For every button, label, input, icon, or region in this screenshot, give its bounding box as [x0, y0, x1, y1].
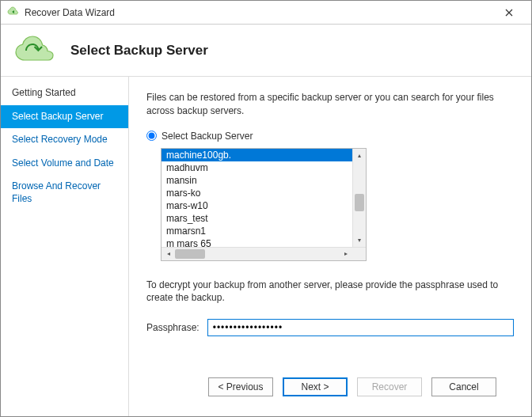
- scroll-down-arrow-icon[interactable]: ▾: [353, 233, 366, 247]
- list-item[interactable]: mars-ko: [162, 187, 352, 199]
- passphrase-input[interactable]: [207, 319, 514, 336]
- horizontal-scroll-track[interactable]: [175, 248, 339, 260]
- sidebar-item-select-volume-and-date[interactable]: Select Volume and Date: [1, 152, 128, 176]
- select-backup-server-radio-row[interactable]: Select Backup Server: [146, 131, 514, 142]
- server-list-items[interactable]: machine100gb. madhuvm mansin mars-ko mar…: [162, 149, 352, 247]
- list-item[interactable]: mars_test: [162, 212, 352, 225]
- recover-button: Recover: [357, 377, 422, 396]
- titlebar: Recover Data Wizard: [1, 1, 531, 25]
- scroll-left-arrow-icon[interactable]: ◂: [162, 248, 175, 260]
- passphrase-label: Passphrase:: [146, 322, 200, 333]
- cloud-refresh-icon: [12, 33, 59, 68]
- page-title: Select Backup Server: [70, 43, 208, 59]
- wizard-main: Files can be restored from a specific ba…: [129, 76, 531, 416]
- recover-data-wizard-window: Recover Data Wizard Select Backup Server…: [0, 0, 532, 417]
- sidebar-item-select-backup-server[interactable]: Select Backup Server: [1, 105, 128, 129]
- sidebar-heading: Getting Started: [1, 82, 128, 105]
- next-button[interactable]: Next >: [283, 377, 348, 396]
- previous-button[interactable]: < Previous: [208, 377, 273, 396]
- server-listbox[interactable]: machine100gb. madhuvm mansin mars-ko mar…: [161, 148, 367, 261]
- select-backup-server-radio[interactable]: [146, 131, 157, 141]
- horizontal-scrollbar[interactable]: ◂ ▸: [162, 247, 366, 260]
- wizard-body: Getting Started Select Backup Server Sel…: [1, 76, 531, 416]
- list-item[interactable]: mansin: [162, 174, 352, 187]
- select-backup-server-radio-label: Select Backup Server: [162, 131, 253, 142]
- wizard-header: Select Backup Server: [1, 25, 531, 76]
- wizard-footer: < Previous Next > Recover Cancel: [146, 367, 514, 407]
- passphrase-row: Passphrase:: [146, 319, 514, 336]
- window-title: Recover Data Wizard: [25, 7, 493, 18]
- wizard-sidebar: Getting Started Select Backup Server Sel…: [1, 76, 129, 416]
- list-item[interactable]: mars-w10: [162, 199, 352, 212]
- sidebar-item-select-recovery-mode[interactable]: Select Recovery Mode: [1, 128, 128, 152]
- vertical-scroll-track[interactable]: [353, 162, 366, 233]
- sidebar-item-browse-and-recover-files[interactable]: Browse And Recover Files: [1, 175, 128, 210]
- list-item[interactable]: machine100gb.: [162, 149, 352, 161]
- vertical-scroll-thumb[interactable]: [355, 194, 364, 211]
- decrypt-instruction: To decrypt your backup from another serv…: [146, 279, 514, 305]
- scroll-corner: [352, 248, 366, 260]
- list-item[interactable]: m mars 65: [162, 237, 352, 247]
- scroll-right-arrow-icon[interactable]: ▸: [339, 248, 352, 260]
- vertical-scrollbar[interactable]: ▴ ▾: [352, 149, 366, 247]
- close-button[interactable]: [493, 2, 525, 24]
- scroll-up-arrow-icon[interactable]: ▴: [353, 149, 366, 162]
- cancel-button[interactable]: Cancel: [431, 377, 496, 396]
- horizontal-scroll-thumb[interactable]: [175, 249, 205, 259]
- intro-text: Files can be restored from a specific ba…: [146, 91, 514, 118]
- list-item[interactable]: mmarsn1: [162, 225, 352, 237]
- list-item[interactable]: madhuvm: [162, 161, 352, 174]
- app-icon: [7, 6, 20, 19]
